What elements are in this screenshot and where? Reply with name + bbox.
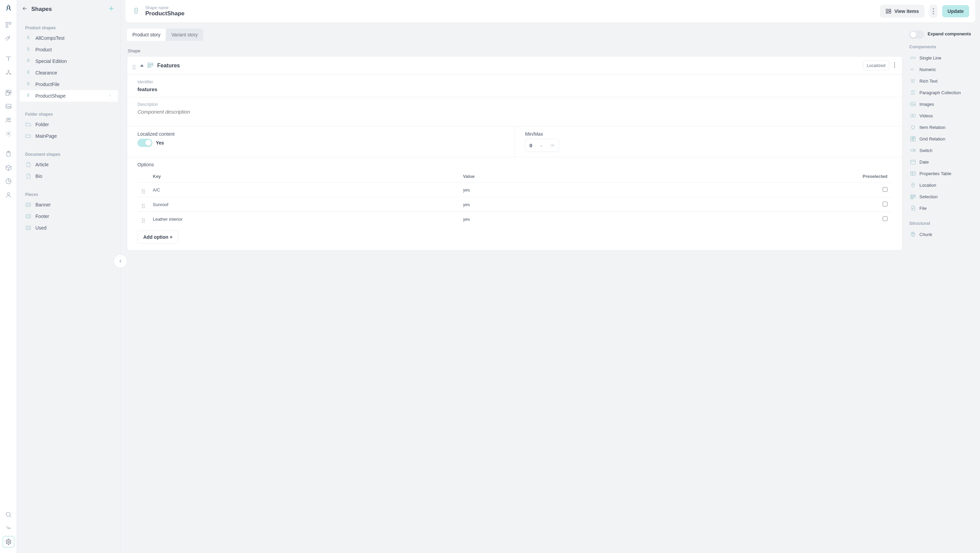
description-input[interactable]	[137, 109, 892, 121]
add-shape-icon[interactable]	[108, 5, 115, 13]
rail-book-icon[interactable]	[3, 53, 14, 65]
comp-images[interactable]: Images	[909, 98, 974, 110]
cell-key[interactable]: Leather interior	[149, 212, 459, 227]
row-drag-icon[interactable]	[138, 197, 149, 212]
view-items-button[interactable]: View items	[880, 5, 924, 17]
more-button[interactable]	[929, 5, 937, 17]
comp-location[interactable]: Location	[909, 179, 974, 191]
sidebar-item-bio[interactable]: Bio	[20, 170, 118, 182]
rail-settings-icon[interactable]	[3, 536, 14, 548]
comp-paragraph-collection[interactable]: Paragraph Collection	[909, 87, 974, 98]
rail-rocket-icon[interactable]	[3, 33, 14, 44]
preselected-checkbox[interactable]	[883, 187, 888, 192]
sidebar-item-article[interactable]: Article	[20, 159, 118, 170]
comp-rich-text[interactable]: Rich Text	[909, 75, 974, 87]
sidebar-item-footer[interactable]: Footer	[20, 211, 118, 222]
rail-catalogue-icon[interactable]	[3, 19, 14, 30]
cell-value[interactable]: yes	[459, 212, 620, 227]
identifier-value[interactable]: features	[137, 86, 892, 92]
sidebar-item-clearance[interactable]: Clearance	[20, 67, 118, 79]
sidebar-item-special-edition[interactable]: Special Edition	[20, 56, 118, 67]
rail-grid-icon[interactable]	[3, 87, 14, 99]
back-icon[interactable]	[22, 5, 28, 13]
section-title: Folder shapes	[20, 107, 118, 119]
document-shapes-section: Document shapes Article Bio	[17, 145, 121, 185]
svg-point-31	[933, 13, 934, 14]
update-label: Update	[948, 8, 964, 14]
localized-value: Yes	[156, 140, 164, 146]
resize-handle-icon[interactable]: ⋰	[897, 121, 900, 125]
rail-users-icon[interactable]	[3, 114, 14, 126]
preselected-checkbox[interactable]	[883, 202, 888, 207]
rail-pie-icon[interactable]	[3, 175, 14, 187]
rail-user-icon[interactable]	[3, 189, 14, 201]
rail-box-icon[interactable]	[3, 162, 14, 173]
sidebar-item-productshape[interactable]: ProductShape	[20, 90, 118, 102]
rail-search-icon[interactable]	[3, 509, 14, 520]
structural-section-title: Structural	[909, 221, 974, 226]
comp-chunk[interactable]: Chunk	[909, 229, 974, 240]
sidebar-item-mainpage[interactable]: MainPage	[20, 130, 118, 142]
comp-grid-relation[interactable]: Grid Relation	[909, 133, 974, 145]
sidebar-item-product[interactable]: Product	[20, 44, 118, 56]
sidebar-item-label: Used	[35, 225, 47, 230]
row-drag-icon[interactable]	[138, 212, 149, 227]
comp-videos[interactable]: Videos	[909, 110, 974, 121]
shape-eyebrow: Shape name	[145, 5, 185, 10]
svg-rect-28	[889, 11, 891, 13]
minmax-control[interactable]: 0 - ∞	[525, 139, 559, 152]
cell-key[interactable]: Sunroof	[149, 197, 459, 212]
component-name[interactable]: Features	[157, 63, 859, 69]
collapse-triangle-icon[interactable]	[140, 64, 143, 67]
rail-gear2-icon[interactable]	[3, 128, 14, 140]
rail-clipboard-icon[interactable]	[3, 148, 14, 160]
tab-variant-story[interactable]: Variant story	[166, 29, 203, 41]
th-key: Key	[149, 170, 459, 183]
cell-value[interactable]: yes	[459, 197, 620, 212]
svg-text:42: 42	[911, 68, 914, 71]
comp-selection[interactable]: Selection	[909, 191, 974, 202]
sidebar-item-banner[interactable]: Banner	[20, 199, 118, 211]
comp-date[interactable]: Date	[909, 156, 974, 168]
comp-properties-table[interactable]: Properties Table	[909, 168, 974, 179]
comp-switch[interactable]: Switch	[909, 145, 974, 156]
comp-file[interactable]: File	[909, 202, 974, 214]
sidebar-item-folder[interactable]: Folder	[20, 119, 118, 130]
svg-rect-1	[9, 22, 11, 24]
logo-icon	[3, 3, 14, 14]
localized-chip: Localized	[863, 60, 889, 70]
cell-key[interactable]: A/C	[149, 183, 459, 197]
svg-point-30	[933, 11, 934, 11]
svg-rect-41	[911, 114, 915, 118]
update-button[interactable]: Update	[942, 5, 969, 17]
svg-rect-43	[913, 137, 915, 138]
svg-rect-9	[6, 92, 9, 95]
comp-single-line[interactable]: Single Line	[909, 52, 974, 64]
rail-webhooks-icon[interactable]	[3, 67, 14, 78]
cell-value[interactable]: yes	[459, 183, 620, 197]
tab-product-story[interactable]: Product story	[127, 29, 166, 41]
sidebar-item-allcompstest[interactable]: AllCompsTest	[20, 32, 118, 44]
sidebar-item-productfile[interactable]: ProductFile	[20, 79, 118, 90]
sidebar-item-used[interactable]: Used	[20, 222, 118, 234]
comp-numeric[interactable]: 42Numeric	[909, 64, 974, 75]
drag-handle-icon[interactable]	[133, 62, 135, 69]
sidebar-item-label: Footer	[35, 214, 49, 219]
component-menu-icon[interactable]	[892, 61, 897, 70]
max-value[interactable]: ∞	[546, 139, 559, 152]
preselected-checkbox[interactable]	[883, 216, 888, 221]
row-drag-icon[interactable]	[138, 183, 149, 197]
collapse-sidebar-icon[interactable]	[114, 254, 127, 268]
localized-toggle[interactable]: Yes	[137, 139, 504, 147]
rail-image-icon[interactable]	[3, 101, 14, 112]
svg-point-13	[8, 118, 10, 120]
expand-components-toggle[interactable]	[909, 30, 924, 39]
svg-text:AZ: AZ	[7, 528, 10, 529]
sidebar-item-label: Folder	[35, 122, 49, 127]
minmax-label: Min/Max	[525, 131, 892, 137]
sidebar-item-label: MainPage	[35, 133, 57, 139]
add-option-button[interactable]: Add option +	[137, 230, 178, 243]
min-value[interactable]: 0	[525, 140, 536, 151]
comp-item-relation[interactable]: Item Relation	[909, 121, 974, 133]
rail-language-icon[interactable]: AZ	[3, 523, 14, 534]
